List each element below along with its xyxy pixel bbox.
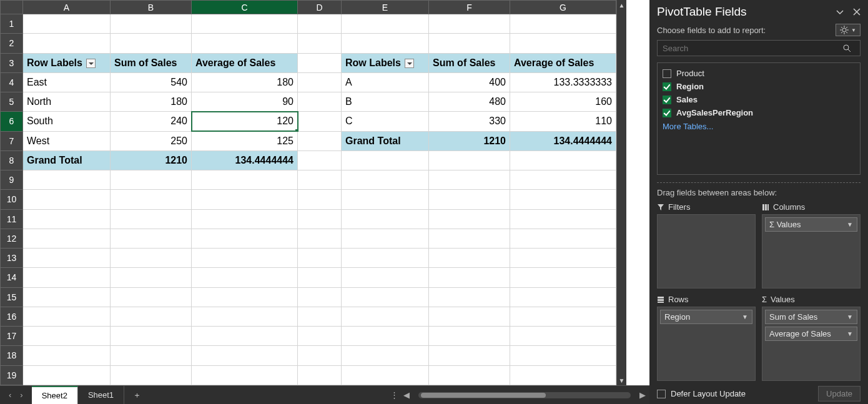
cell-B12[interactable] [111,229,192,248]
vertical-scrollbar[interactable]: ▲ ▼ [616,0,626,385]
cell-E16[interactable] [342,307,429,326]
cell-B17[interactable] [111,327,192,346]
cell-D2[interactable] [298,34,342,53]
area-item-region[interactable]: Region▼ [660,310,752,324]
field-checkbox-product[interactable] [663,69,671,78]
cell-D13[interactable] [298,249,342,268]
area-values-box[interactable]: Sum of Sales▼Average of Sales▼ [762,307,861,381]
chevron-down-icon[interactable]: ▼ [742,313,748,320]
add-sheet-button[interactable]: ＋ [124,386,150,404]
cell-G7[interactable]: 134.4444444 [510,131,616,150]
cell-C16[interactable] [192,307,298,326]
cell-F10[interactable] [429,190,510,209]
row-header-3[interactable]: 3 [1,53,23,72]
area-item-average-of-sales[interactable]: Average of Sales▼ [765,327,857,341]
cell-C15[interactable] [192,287,298,307]
column-header-D[interactable]: D [298,1,342,14]
row-header-11[interactable]: 11 [1,209,23,229]
cell-A16[interactable] [23,307,111,326]
cell-G6[interactable]: 110 [510,112,616,131]
field-checkbox-sales[interactable] [663,96,671,104]
cell-E3[interactable]: Row Labels [342,53,429,72]
area-item--values[interactable]: Σ Values▼ [765,217,857,232]
cell-F4[interactable]: 400 [429,72,510,92]
row-header-12[interactable]: 12 [1,229,23,248]
cell-A6[interactable]: South [23,112,111,131]
row-header-9[interactable]: 9 [1,170,23,190]
cell-A4[interactable]: East [23,72,111,92]
cell-D7[interactable] [298,131,342,150]
row-header-6[interactable]: 6 [1,112,23,131]
column-header-A[interactable]: A [23,1,111,14]
field-item-avgsalesperregion[interactable]: AvgSalesPerRegion [663,106,855,119]
cell-D11[interactable] [298,209,342,229]
cell-B3[interactable]: Sum of Sales [111,53,192,72]
cell-C17[interactable] [192,327,298,346]
cell-A10[interactable] [23,190,111,209]
field-item-product[interactable]: Product [663,67,855,80]
area-item-sum-of-sales[interactable]: Sum of Sales▼ [765,310,857,324]
field-checkbox-avgsalesperregion[interactable] [663,109,671,117]
cell-A15[interactable] [23,287,111,307]
cell-C7[interactable]: 125 [192,131,298,150]
cell-E4[interactable]: A [342,72,429,92]
cell-D9[interactable] [298,170,342,190]
cell-C9[interactable] [192,170,298,190]
panel-options-button[interactable]: ▼ [836,24,861,36]
row-header-15[interactable]: 15 [1,287,23,307]
cell-A18[interactable] [23,346,111,365]
cell-E14[interactable] [342,268,429,287]
cell-D12[interactable] [298,229,342,248]
cell-D17[interactable] [298,327,342,346]
cell-E17[interactable] [342,327,429,346]
area-filters-box[interactable] [657,214,756,288]
cell-A5[interactable]: North [23,92,111,112]
cell-F15[interactable] [429,287,510,307]
filter-dropdown-icon[interactable] [86,59,96,68]
column-header-E[interactable]: E [342,1,429,14]
row-header-1[interactable]: 1 [1,14,23,34]
cell-C14[interactable] [192,268,298,287]
tab-split-handle-icon[interactable]: ⋮ [390,390,398,400]
cell-C1[interactable] [192,14,298,34]
row-header-17[interactable]: 17 [1,327,23,346]
cell-C5[interactable]: 90 [192,92,298,112]
cell-E7[interactable]: Grand Total [342,131,429,150]
cell-B15[interactable] [111,287,192,307]
cell-G4[interactable]: 133.3333333 [510,72,616,92]
cell-A3[interactable]: Row Labels [23,53,111,72]
scroll-up-icon[interactable]: ▲ [617,0,626,10]
cell-G2[interactable] [510,34,616,53]
cell-A2[interactable] [23,34,111,53]
cell-C18[interactable] [192,346,298,365]
more-tables-link[interactable]: More Tables... [663,119,855,131]
cell-F14[interactable] [429,268,510,287]
cell-E10[interactable] [342,190,429,209]
cell-C6[interactable]: 120 [192,112,298,131]
cell-A17[interactable] [23,327,111,346]
cell-G3[interactable]: Average of Sales [510,53,616,72]
cell-F5[interactable]: 480 [429,92,510,112]
cell-F6[interactable]: 330 [429,112,510,131]
cell-G16[interactable] [510,307,616,326]
hscroll-right-icon[interactable]: ▶ [639,390,646,400]
cell-D19[interactable] [298,365,342,385]
cell-C11[interactable] [192,209,298,229]
cell-G13[interactable] [510,249,616,268]
cell-D3[interactable] [298,53,342,72]
hscroll-left-icon[interactable]: ◀ [403,390,410,400]
cell-E13[interactable] [342,249,429,268]
area-rows-box[interactable]: Region▼ [657,307,756,381]
cell-E15[interactable] [342,287,429,307]
cell-A9[interactable] [23,170,111,190]
defer-update-toggle[interactable]: Defer Layout Update [657,389,746,398]
row-header-16[interactable]: 16 [1,307,23,326]
cell-B16[interactable] [111,307,192,326]
cell-D14[interactable] [298,268,342,287]
cell-B6[interactable]: 240 [111,112,192,131]
cell-C8[interactable]: 134.4444444 [192,150,298,170]
cell-E5[interactable]: B [342,92,429,112]
cell-E1[interactable] [342,14,429,34]
cell-C3[interactable]: Average of Sales [192,53,298,72]
cell-A13[interactable] [23,249,111,268]
